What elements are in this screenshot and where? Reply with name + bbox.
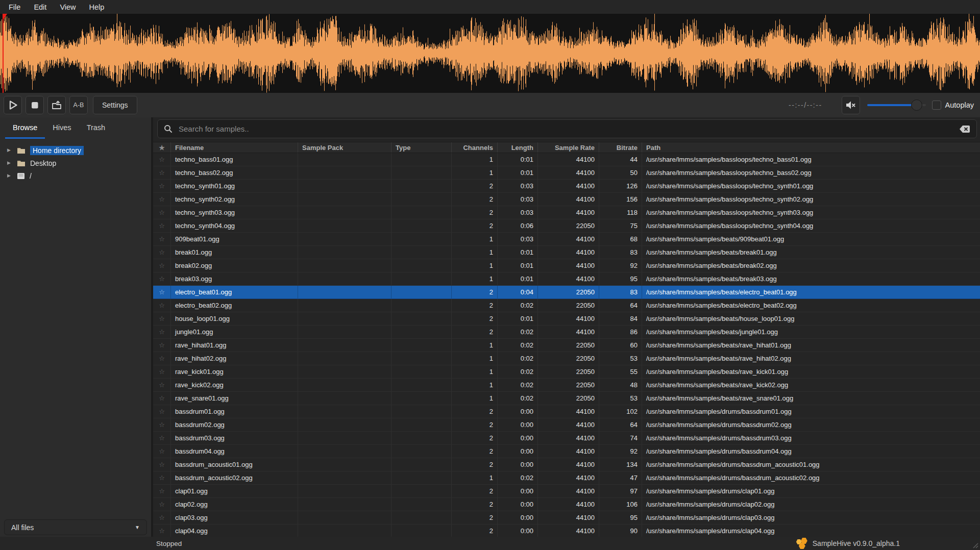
favorite-star-icon[interactable]: ☆ bbox=[153, 405, 171, 418]
favorite-star-icon[interactable]: ☆ bbox=[153, 511, 171, 524]
table-row[interactable]: ☆clap01.ogg20:004410097/usr/share/lmms/s… bbox=[153, 485, 980, 498]
favorite-star-icon[interactable]: ☆ bbox=[153, 299, 171, 312]
cell-bitrate: 106 bbox=[599, 498, 642, 511]
menu-edit[interactable]: Edit bbox=[27, 3, 53, 11]
tree-item-home-directory[interactable]: ▶ Home directory bbox=[0, 144, 151, 157]
column-sample-rate[interactable]: Sample Rate bbox=[538, 142, 599, 153]
table-row[interactable]: ☆techno_synth03.ogg20:0344100118/usr/sha… bbox=[153, 206, 980, 219]
search-input[interactable] bbox=[178, 124, 959, 134]
favorite-star-icon[interactable]: ☆ bbox=[153, 498, 171, 511]
favorite-star-icon[interactable]: ☆ bbox=[153, 365, 171, 378]
favorite-star-icon[interactable]: ☆ bbox=[153, 485, 171, 497]
ab-loop-button[interactable]: A-B bbox=[69, 96, 88, 114]
favorite-star-icon[interactable]: ☆ bbox=[153, 471, 171, 484]
table-row[interactable]: ☆techno_bass02.ogg10:014410050/usr/share… bbox=[153, 166, 980, 180]
volume-slider[interactable] bbox=[867, 99, 926, 111]
table-row[interactable]: ☆clap04.ogg20:004410090/usr/share/lmms/s… bbox=[153, 524, 980, 537]
stop-button[interactable] bbox=[26, 96, 44, 114]
column-sample-pack[interactable]: Sample Pack bbox=[298, 142, 391, 153]
column-channels[interactable]: Channels bbox=[452, 142, 498, 153]
resize-grip[interactable] bbox=[971, 541, 979, 549]
table-row[interactable]: ☆bassdrum02.ogg20:004410064/usr/share/lm… bbox=[153, 418, 980, 432]
favorite-star-icon[interactable]: ☆ bbox=[153, 445, 171, 458]
favorite-star-icon[interactable]: ☆ bbox=[153, 193, 171, 206]
favorite-star-icon[interactable]: ☆ bbox=[153, 524, 171, 537]
table-row[interactable]: ☆rave_hihat02.ogg10:022205053/usr/share/… bbox=[153, 352, 980, 365]
play-button[interactable] bbox=[4, 96, 22, 114]
table-row[interactable]: ☆bassdrum01.ogg20:0044100102/usr/share/l… bbox=[153, 405, 980, 418]
tree-item-desktop[interactable]: ▶ Desktop bbox=[0, 157, 151, 169]
cell-sample-rate: 44100 bbox=[538, 405, 599, 418]
table-row[interactable]: ☆bassdrum_acoustic01.ogg20:0044100134/us… bbox=[153, 458, 980, 471]
expander-icon[interactable]: ▶ bbox=[7, 148, 12, 153]
cell-bitrate: 60 bbox=[599, 339, 642, 352]
table-row[interactable]: ☆clap02.ogg20:0044100106/usr/share/lmms/… bbox=[153, 498, 980, 511]
favorite-star-icon[interactable]: ☆ bbox=[153, 326, 171, 338]
file-filter-dropdown[interactable]: All files ▼ bbox=[4, 519, 147, 535]
menu-help[interactable]: Help bbox=[83, 3, 111, 11]
column-path[interactable]: Path bbox=[642, 142, 980, 153]
favorite-star-icon[interactable]: ☆ bbox=[153, 206, 171, 219]
settings-button[interactable]: Settings bbox=[93, 96, 137, 114]
mute-button[interactable] bbox=[842, 96, 860, 114]
table-row[interactable]: ☆break01.ogg10:014410083/usr/share/lmms/… bbox=[153, 246, 980, 259]
column-favorite[interactable]: ★ bbox=[153, 142, 171, 153]
favorite-star-icon[interactable]: ☆ bbox=[153, 392, 171, 405]
table-row[interactable]: ☆909beat01.ogg10:034410068/usr/share/lmm… bbox=[153, 233, 980, 246]
cell-bitrate: 83 bbox=[599, 246, 642, 259]
table-row[interactable]: ☆break03.ogg10:014410095/usr/share/lmms/… bbox=[153, 272, 980, 286]
favorite-star-icon[interactable]: ☆ bbox=[153, 312, 171, 325]
favorite-star-icon[interactable]: ☆ bbox=[153, 153, 171, 166]
table-row[interactable]: ☆techno_synth02.ogg20:0344100156/usr/sha… bbox=[153, 193, 980, 206]
menu-view[interactable]: View bbox=[53, 3, 82, 11]
table-row[interactable]: ☆rave_snare01.ogg10:022205053/usr/share/… bbox=[153, 392, 980, 405]
column-filename[interactable]: Filename bbox=[171, 142, 298, 153]
table-row[interactable]: ☆techno_synth01.ogg20:0344100126/usr/sha… bbox=[153, 180, 980, 193]
favorite-star-icon[interactable]: ☆ bbox=[153, 458, 171, 471]
favorite-star-icon[interactable]: ☆ bbox=[153, 166, 171, 179]
tab-hives[interactable]: Hives bbox=[45, 117, 79, 139]
table-row[interactable]: ☆techno_bass01.ogg10:014410044/usr/share… bbox=[153, 153, 980, 166]
playhead-line[interactable] bbox=[3, 14, 4, 93]
cell-path: /usr/share/lmms/samples/beats/electro_be… bbox=[642, 299, 980, 312]
table-row[interactable]: ☆break02.ogg10:014410092/usr/share/lmms/… bbox=[153, 259, 980, 272]
tab-browse[interactable]: Browse bbox=[5, 117, 45, 139]
favorite-star-icon[interactable]: ☆ bbox=[153, 180, 171, 192]
waveform-canvas[interactable] bbox=[0, 14, 980, 93]
favorite-star-icon[interactable]: ☆ bbox=[153, 246, 171, 259]
table-row[interactable]: ☆bassdrum_acoustic02.ogg10:024410047/usr… bbox=[153, 471, 980, 485]
tree-item-root[interactable]: ▶ / bbox=[0, 169, 151, 182]
table-row[interactable]: ☆rave_kick02.ogg10:022205048/usr/share/l… bbox=[153, 379, 980, 392]
table-row[interactable]: ☆rave_hihat01.ogg10:022205060/usr/share/… bbox=[153, 339, 980, 352]
table-row[interactable]: ☆house_loop01.ogg20:014410084/usr/share/… bbox=[153, 312, 980, 326]
table-row[interactable]: ☆bassdrum04.ogg20:004410092/usr/share/lm… bbox=[153, 445, 980, 458]
favorite-star-icon[interactable]: ☆ bbox=[153, 259, 171, 272]
table-row[interactable]: ☆electro_beat02.ogg20:022205064/usr/shar… bbox=[153, 299, 980, 312]
favorite-star-icon[interactable]: ☆ bbox=[153, 272, 171, 285]
column-length[interactable]: Length bbox=[498, 142, 538, 153]
favorite-star-icon[interactable]: ☆ bbox=[153, 286, 171, 298]
favorite-star-icon[interactable]: ☆ bbox=[153, 379, 171, 391]
favorite-star-icon[interactable]: ☆ bbox=[153, 418, 171, 431]
menu-file[interactable]: File bbox=[2, 3, 27, 11]
column-type[interactable]: Type bbox=[391, 142, 452, 153]
table-row[interactable]: ☆clap03.ogg20:004410095/usr/share/lmms/s… bbox=[153, 511, 980, 524]
volume-slider-knob[interactable] bbox=[911, 99, 922, 111]
favorite-star-icon[interactable]: ☆ bbox=[153, 352, 171, 365]
autoplay-checkbox[interactable] bbox=[932, 101, 941, 110]
favorite-star-icon[interactable]: ☆ bbox=[153, 432, 171, 444]
favorite-star-icon[interactable]: ☆ bbox=[153, 219, 171, 232]
table-row[interactable]: ☆rave_kick01.ogg10:022205055/usr/share/l… bbox=[153, 365, 980, 379]
table-row[interactable]: ☆bassdrum03.ogg20:004410074/usr/share/lm… bbox=[153, 432, 980, 445]
table-row[interactable]: ☆jungle01.ogg20:024410086/usr/share/lmms… bbox=[153, 326, 980, 339]
column-bitrate[interactable]: Bitrate bbox=[599, 142, 642, 153]
expander-icon[interactable]: ▶ bbox=[7, 161, 12, 165]
expander-icon[interactable]: ▶ bbox=[7, 173, 12, 178]
table-row[interactable]: ☆electro_beat01.ogg20:042205083/usr/shar… bbox=[153, 286, 980, 299]
tab-trash[interactable]: Trash bbox=[79, 117, 113, 139]
favorite-star-icon[interactable]: ☆ bbox=[153, 339, 171, 352]
table-row[interactable]: ☆techno_synth04.ogg20:062205075/usr/shar… bbox=[153, 219, 980, 233]
clear-search-icon[interactable] bbox=[959, 125, 970, 133]
favorite-star-icon[interactable]: ☆ bbox=[153, 233, 171, 245]
loop-button[interactable] bbox=[47, 96, 66, 114]
